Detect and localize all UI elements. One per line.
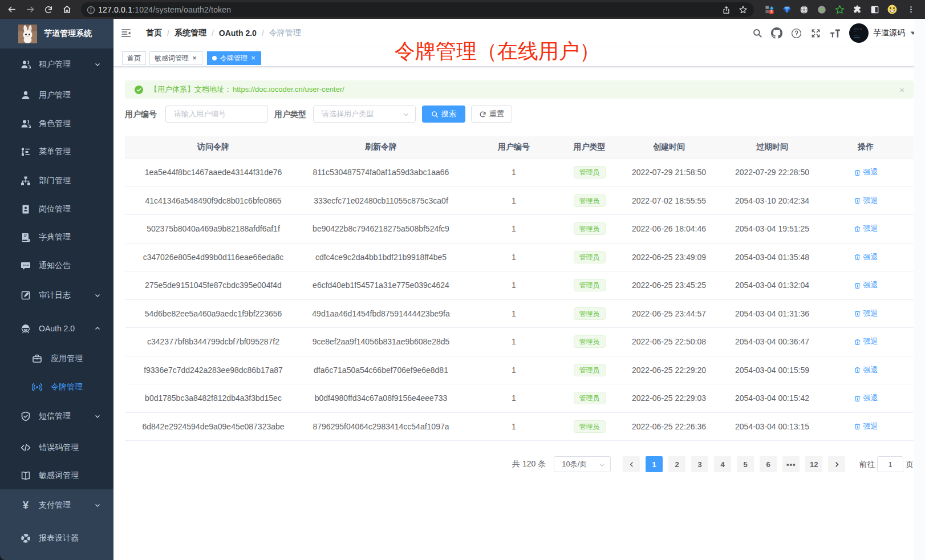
svg-text:9: 9 bbox=[770, 10, 772, 14]
svg-text:¥: ¥ bbox=[23, 500, 29, 510]
